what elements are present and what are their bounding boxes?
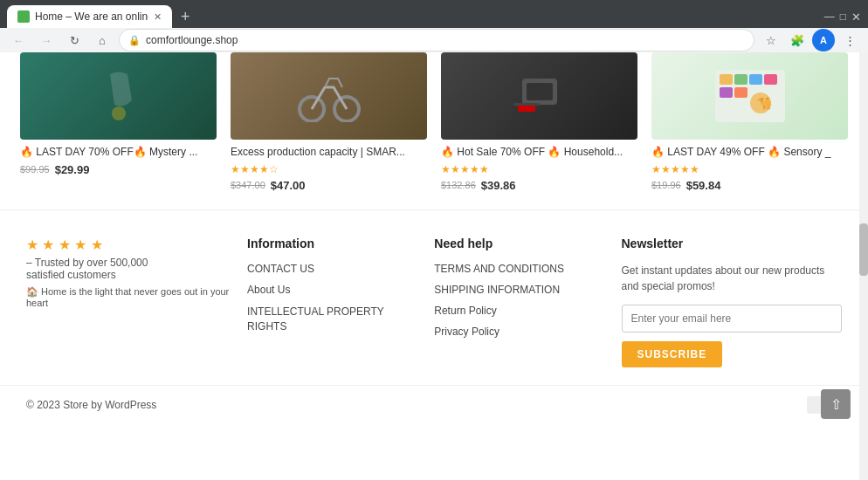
svg-rect-14 [734,87,747,98]
shipping-information-link[interactable]: SHIPPING INFORMATION [434,284,603,296]
old-price-3: $132.86 [441,180,476,190]
tab-close-button[interactable]: ✕ [154,11,162,23]
stars-3: ★★★★★ [441,163,637,175]
product-card[interactable]: 🐪 🔥 LAST DAY 49% OFF 🔥 Sensory _ ★★★★★ $… [644,52,855,192]
svg-point-1 [112,106,126,120]
svg-rect-12 [764,74,777,85]
footer-information-column: Information CONTACT US About Us INTELLEC… [247,237,417,367]
footer: ★ ★ ★ ★ ★ – Trusted by over 500,000 sati… [0,209,868,385]
new-price-1: $29.99 [55,163,90,176]
page-content: 🔥 LAST DAY 70% OFF🔥 Mystery ... $99.95 $… [0,52,868,480]
stars-4: ★★★★★ [651,163,848,175]
newsletter-description: Get instant updates about our new produc… [622,263,842,294]
price-row-4: $19.96 $59.84 [651,179,848,192]
svg-rect-11 [749,74,762,85]
product-title-2: Excess production capacity | SMAR... [231,145,427,160]
browser-toolbar: ← → ↻ ⌂ 🔒 comfortlounge.shop ☆ 🧩 A ⋮ [0,28,868,52]
price-row-1: $99.95 $29.99 [20,163,217,176]
profile-button[interactable]: A [812,29,835,51]
product-image-2 [231,52,427,140]
old-price-2: $347.00 [231,180,265,190]
new-price-2: $47.00 [271,179,306,192]
information-title: Information [247,237,417,250]
return-policy-link[interactable]: Return Policy [434,305,603,317]
product-title-4: 🔥 LAST DAY 49% OFF 🔥 Sensory _ [651,145,848,160]
terms-conditions-link[interactable]: TERMS AND CONDITIONS [434,263,603,275]
back-button[interactable]: ← [7,29,30,51]
svg-rect-6 [518,105,535,112]
old-price-1: $99.95 [20,164,50,175]
price-row-2: $347.00 $47.00 [231,179,427,192]
footer-inner: ★ ★ ★ ★ ★ – Trusted by over 500,000 sati… [26,237,842,367]
new-price-4: $59.84 [686,179,721,192]
bookmark-button[interactable]: ☆ [760,29,782,51]
subscribe-button[interactable]: SUBSCRIBE [622,341,723,367]
lock-icon: 🔒 [128,35,141,46]
reload-button[interactable]: ↻ [63,29,86,51]
about-us-link[interactable]: About Us [247,284,417,296]
intellectual-property-link[interactable]: INTELLECTUAL PROPERTY RIGHTS [247,305,417,334]
trusted-text: – Trusted by over 500,000 satisfied cust… [26,257,230,281]
scroll-to-top-button[interactable]: ⇧ [821,389,851,419]
forward-button[interactable]: → [35,29,58,51]
old-price-4: $19.96 [651,180,681,190]
url-text: comfortlounge.shop [146,34,238,46]
product-image-3 [441,52,637,140]
svg-rect-9 [720,74,733,85]
toolbar-icons: ☆ 🧩 A ⋮ [760,29,861,51]
email-input[interactable] [622,305,842,333]
need-help-title: Need help [434,237,603,250]
browser-chrome: Home – We are an online retail ✕ + — □ ✕… [0,0,868,52]
home-button[interactable]: ⌂ [91,29,114,51]
close-button[interactable]: ✕ [851,10,861,24]
product-image-1 [20,52,217,140]
svg-rect-7 [513,103,540,106]
product-card[interactable]: Excess production capacity | SMAR... ★★★… [224,52,434,192]
product-title-3: 🔥 Hot Sale 70% OFF 🔥 Household... [441,145,637,160]
window-controls: — □ ✕ [824,10,861,24]
copyright-text: © 2023 Store by WordPress [26,399,156,411]
restore-button[interactable]: □ [840,10,846,23]
footer-trust-column: ★ ★ ★ ★ ★ – Trusted by over 500,000 sati… [26,237,230,367]
tab-favicon [17,10,30,23]
extensions-button[interactable]: 🧩 [786,29,809,51]
stars-2: ★★★★☆ [231,163,427,175]
footer-newsletter-column: Newsletter Get instant updates about our… [622,237,842,367]
newsletter-title: Newsletter [622,237,842,250]
svg-text:🐪: 🐪 [757,96,773,111]
price-row-3: $132.86 $39.86 [441,179,637,192]
menu-button[interactable]: ⋮ [838,29,861,51]
address-bar[interactable]: 🔒 comfortlounge.shop [119,29,754,51]
new-price-3: $39.86 [481,179,516,192]
browser-tabs: Home – We are an online retail ✕ + — □ ✕ [0,0,868,28]
product-card[interactable]: 🔥 Hot Sale 70% OFF 🔥 Household... ★★★★★ … [434,52,644,192]
trust-home-text: 🏠 Home is the light that never goes out … [26,286,230,308]
contact-us-link[interactable]: CONTACT US [247,263,417,275]
footer-need-help-column: Need help TERMS AND CONDITIONS SHIPPING … [434,237,603,367]
new-tab-button[interactable]: + [176,6,196,28]
privacy-policy-link[interactable]: Privacy Policy [434,326,603,338]
trust-stars: ★ ★ ★ ★ ★ [26,237,230,253]
active-tab[interactable]: Home – We are an online retail ✕ [7,5,172,28]
products-strip: 🔥 LAST DAY 70% OFF🔥 Mystery ... $99.95 $… [0,52,868,209]
minimize-button[interactable]: — [824,10,835,23]
product-image-4: 🐪 [651,52,848,140]
svg-rect-10 [734,74,747,85]
svg-rect-5 [527,83,553,100]
tab-title: Home – We are an online retail [35,10,148,23]
product-card[interactable]: 🔥 LAST DAY 70% OFF🔥 Mystery ... $99.95 $… [13,52,224,192]
product-title-1: 🔥 LAST DAY 70% OFF🔥 Mystery ... [20,145,217,160]
scrollbar-thumb[interactable] [859,223,868,276]
svg-rect-13 [720,87,733,98]
footer-bottom: © 2023 Store by WordPress [0,385,868,424]
scrollbar[interactable] [859,52,868,480]
